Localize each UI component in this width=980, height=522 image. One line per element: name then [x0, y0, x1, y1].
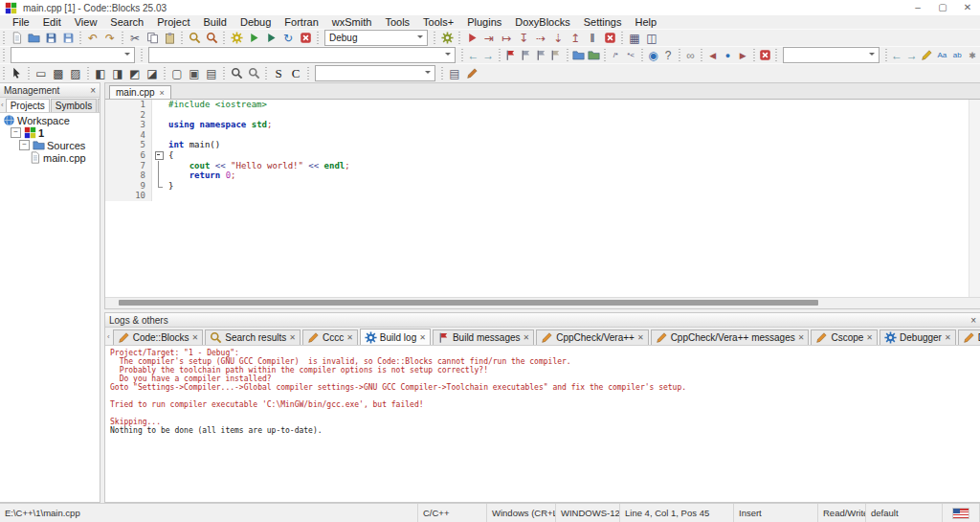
toggle-bookmark-button[interactable] — [503, 48, 519, 63]
layout-center-button[interactable]: ◨ — [109, 66, 126, 81]
log-tab-close-icon[interactable]: ✕ — [289, 333, 296, 342]
log-tab-close-icon[interactable]: ✕ — [798, 333, 805, 342]
logs-close-icon[interactable]: × — [970, 315, 976, 326]
menu-tools-plus[interactable]: Tools+ — [416, 16, 460, 28]
menu-build[interactable]: Build — [196, 16, 233, 28]
editor-horizontal-scrollbar[interactable] — [105, 297, 980, 308]
step-into-instruction-button[interactable]: ⇣ — [549, 31, 567, 46]
border-left-button[interactable]: ▢ — [168, 66, 186, 81]
log-tab-build-log[interactable]: Build log✕ — [360, 329, 431, 345]
incsearch-prev-button[interactable]: ◀ — [705, 48, 721, 63]
management-tab-f[interactable]: F — [98, 99, 100, 112]
open-file-button[interactable] — [25, 31, 42, 46]
open-files-list-button[interactable] — [570, 48, 586, 63]
selected-text-only-button[interactable]: ✱ — [965, 48, 980, 63]
next-line-button[interactable]: ↦ — [498, 31, 515, 46]
thesaurus-c-button[interactable]: C — [287, 66, 304, 81]
rebuild-button[interactable]: ↻ — [279, 31, 297, 46]
build-button[interactable] — [228, 31, 245, 46]
log-tab-close-icon[interactable]: ✕ — [866, 333, 873, 342]
close-button[interactable]: ✕ — [955, 0, 980, 15]
editor-tab-main-cpp[interactable]: main.cpp × — [109, 85, 171, 99]
browse-back-button[interactable]: ← — [466, 48, 481, 63]
step-into-button[interactable]: ↧ — [515, 31, 532, 46]
step-out-button[interactable]: ↥ — [567, 31, 584, 46]
tree-expander-icon[interactable]: − — [11, 127, 21, 138]
copy-button[interactable] — [144, 31, 161, 46]
break-debugger-button[interactable]: ‖ — [584, 31, 601, 46]
layout-left-button[interactable]: ◧ — [92, 66, 109, 81]
log-tab-close-icon[interactable]: ✕ — [192, 333, 199, 342]
tree-item-main-cpp[interactable]: main.cpp — [0, 151, 100, 164]
find-and-replace-button[interactable] — [203, 31, 220, 46]
zoom-out-button[interactable] — [245, 66, 262, 81]
log-tab-close-icon[interactable]: ✕ — [419, 333, 426, 342]
incsearch-clear-button[interactable] — [758, 48, 773, 63]
border-right-button[interactable]: ▤ — [203, 66, 220, 81]
save-file-button[interactable] — [42, 31, 59, 46]
debugging-windows-button[interactable]: ▦ — [626, 31, 643, 46]
logs-tab-scroll-left-icon[interactable]: ‹ — [106, 332, 111, 341]
symbol-combo[interactable] — [148, 47, 457, 63]
log-tab-code-blocks[interactable]: Code::Blocks✕ — [113, 329, 204, 345]
web-search-go-button[interactable]: ▤ — [446, 66, 463, 81]
menu-debug[interactable]: Debug — [234, 16, 278, 28]
select-target-options-button[interactable] — [438, 31, 456, 46]
web-search-combo[interactable] — [315, 65, 435, 81]
stop-debugger-button[interactable] — [601, 31, 618, 46]
find-button[interactable] — [186, 31, 203, 46]
build-and-run-button[interactable] — [262, 31, 279, 46]
menu-project[interactable]: Project — [150, 16, 196, 28]
maximize-button[interactable]: ▢ — [930, 0, 955, 15]
undo-button[interactable]: ↶ — [84, 31, 101, 46]
next-bookmark-button[interactable] — [533, 48, 548, 63]
incsearch-highlight-button[interactable]: ● — [721, 48, 736, 63]
insert-splitter-button[interactable]: ▩ — [50, 66, 67, 81]
menu-file[interactable]: File — [6, 16, 36, 28]
log-tab-cccc[interactable]: Cccc✕ — [302, 329, 358, 345]
fold-margin[interactable] — [152, 150, 165, 161]
minimize-button[interactable]: – — [905, 0, 930, 15]
menu-edit[interactable]: Edit — [36, 16, 68, 28]
match-case-button[interactable]: Aa — [934, 48, 949, 63]
various-info-button[interactable]: ◫ — [643, 31, 660, 46]
menu-doxyblocks[interactable]: DoxyBlocks — [508, 16, 576, 28]
chain-link-button[interactable]: ∞ — [683, 48, 699, 63]
log-tab-build-messages[interactable]: Build messages✕ — [433, 329, 534, 345]
log-tab-close-icon[interactable]: ✕ — [637, 333, 644, 342]
clear-all-bookmarks-button[interactable] — [548, 48, 564, 63]
web-search-options-button[interactable] — [463, 66, 480, 81]
log-tab-close-icon[interactable]: ✕ — [523, 333, 530, 342]
incsearch-forward-button[interactable]: → — [904, 48, 920, 63]
log-tab-search-results[interactable]: Search results✕ — [205, 329, 301, 345]
doxygen-block-comment-button[interactable]: /* — [608, 48, 623, 63]
scope-combo[interactable] — [11, 47, 136, 63]
menu-view[interactable]: View — [68, 16, 104, 28]
scrollbar-thumb[interactable] — [119, 300, 818, 306]
cut-button[interactable]: ✂ — [126, 31, 144, 46]
management-tab-symbols[interactable]: Symbols — [51, 99, 97, 112]
doxygen-help-button[interactable]: ? — [660, 48, 676, 63]
log-tab-cppcheck-vera-messages[interactable]: CppCheck/Vera++ messages✕ — [651, 329, 810, 345]
log-tab-close-icon[interactable]: ✕ — [346, 333, 353, 342]
layout-right-button[interactable]: ◩ — [126, 66, 144, 81]
code-editor[interactable]: 1#include <iostream>23using namespace st… — [105, 100, 980, 297]
insert-notebook-button[interactable]: ▨ — [67, 66, 84, 81]
menu-search[interactable]: Search — [103, 16, 150, 28]
doxygen-line-comment-button[interactable]: *< — [623, 48, 638, 63]
management-close-icon[interactable]: × — [90, 85, 96, 96]
next-instruction-button[interactable]: ⇢ — [532, 31, 549, 46]
menu-tools[interactable]: Tools — [378, 16, 416, 28]
menu-plugins[interactable]: Plugins — [460, 16, 508, 28]
insert-frame-button[interactable]: ▭ — [33, 66, 50, 81]
incsearch-next-button[interactable]: ▶ — [735, 48, 750, 63]
editor-tab-close-icon[interactable]: × — [160, 88, 165, 98]
tab-scroll-left-icon[interactable]: ‹ — [0, 101, 5, 109]
tree-item-1[interactable]: −1 — [0, 126, 100, 139]
focus-opened-file-button[interactable] — [586, 48, 601, 63]
redo-button[interactable]: ↷ — [101, 31, 119, 46]
menu-fortran[interactable]: Fortran — [278, 16, 324, 28]
management-tab-projects[interactable]: Projects — [6, 99, 50, 112]
run-to-cursor-button[interactable]: ⇥ — [480, 31, 498, 46]
build-log-output[interactable]: Project/Target: "1 - Debug": The compile… — [105, 346, 980, 502]
